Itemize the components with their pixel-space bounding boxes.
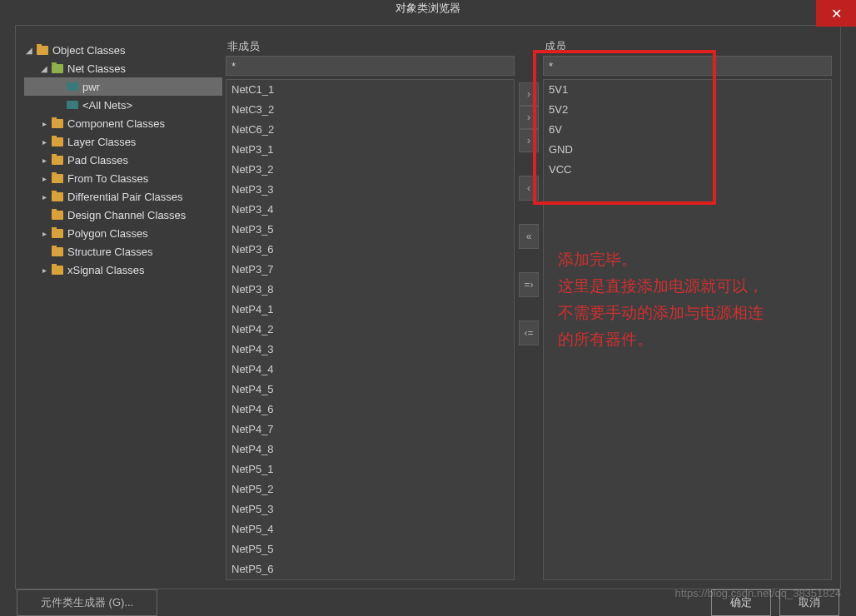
tree-label: Component Classes bbox=[67, 117, 165, 130]
list-item[interactable]: NetP3_5 bbox=[226, 220, 514, 240]
tree-root[interactable]: ◢ Object Classes bbox=[24, 41, 222, 59]
list-item[interactable]: NetP3_8 bbox=[226, 280, 514, 300]
tree-node-net-classes[interactable]: ◢ Net Classes bbox=[24, 59, 222, 77]
add-button[interactable]: › bbox=[519, 82, 539, 106]
tree-label: Layer Classes bbox=[67, 136, 136, 148]
class-tree: ◢ Object Classes ◢ Net Classes · pwr · bbox=[24, 39, 222, 580]
tree-node-diff-pair-classes[interactable]: ▸ Differential Pair Classes bbox=[24, 187, 222, 206]
list-item[interactable]: NetP4_5 bbox=[226, 380, 514, 400]
remove-all-button[interactable]: ‹= bbox=[519, 320, 539, 345]
close-icon: ✕ bbox=[831, 6, 842, 22]
tree-label: xSignal Classes bbox=[67, 264, 145, 276]
chevron-right-icon: › bbox=[527, 112, 530, 123]
list-item[interactable]: NetP4_3 bbox=[226, 340, 514, 360]
list-item[interactable]: NetP4_7 bbox=[226, 420, 514, 440]
tree-label: From To Classes bbox=[67, 172, 148, 185]
list-item[interactable]: NetC6_2 bbox=[226, 120, 514, 140]
list-item[interactable]: 6V bbox=[544, 120, 831, 140]
net-icon bbox=[66, 99, 79, 111]
collapse-arrow-icon[interactable]: ▸ bbox=[39, 174, 49, 183]
list-item[interactable]: NetC3_2 bbox=[226, 100, 514, 120]
titlebar: 对象类浏览器 ✕ bbox=[0, 0, 856, 17]
tree-leaf-pwr[interactable]: · pwr bbox=[24, 77, 222, 96]
content-frame: ◢ Object Classes ◢ Net Classes · pwr · bbox=[15, 25, 841, 589]
add-button-2[interactable]: › bbox=[519, 106, 539, 129]
list-item[interactable]: NetP3_2 bbox=[226, 160, 514, 180]
list-item[interactable]: NetP5_2 bbox=[226, 479, 514, 499]
tree-leaf-all-nets[interactable]: · <All Nets> bbox=[24, 96, 222, 114]
collapse-arrow-icon[interactable]: ▸ bbox=[39, 156, 49, 165]
list-item[interactable]: NetP5_1 bbox=[226, 460, 514, 479]
tree-label: Design Channel Classes bbox=[67, 209, 186, 221]
tree-label: pwr bbox=[82, 81, 100, 93]
list-item[interactable]: 5V2 bbox=[544, 100, 831, 120]
folder-icon bbox=[51, 62, 64, 74]
cancel-button[interactable]: 取消 bbox=[779, 589, 839, 616]
list-item[interactable]: NetP5_3 bbox=[226, 499, 514, 519]
list-item[interactable]: NetP3_4 bbox=[226, 200, 514, 220]
expand-arrow-icon[interactable]: ◢ bbox=[24, 46, 34, 55]
list-item[interactable]: NetP4_6 bbox=[226, 400, 514, 420]
members-listbox[interactable]: 5V15V26VGNDVCC bbox=[543, 79, 832, 580]
remove-button[interactable]: ‹ bbox=[519, 176, 539, 201]
footer: 元件类生成器 (G)... 确定 取消 bbox=[0, 589, 856, 616]
list-item[interactable]: NetP3_6 bbox=[226, 240, 514, 260]
add-all-button[interactable]: « bbox=[519, 224, 539, 249]
tree-node-design-channel-classes[interactable]: · Design Channel Classes bbox=[24, 206, 222, 224]
close-button[interactable]: ✕ bbox=[816, 0, 856, 27]
folder-icon bbox=[51, 209, 64, 221]
collapse-arrow-icon[interactable]: ▸ bbox=[39, 266, 49, 275]
list-item[interactable]: NetP5_5 bbox=[226, 539, 514, 559]
list-item[interactable]: NetP5_4 bbox=[226, 519, 514, 539]
component-class-generator-button[interactable]: 元件类生成器 (G)... bbox=[17, 589, 157, 616]
tree-label: Net Classes bbox=[67, 62, 126, 75]
double-chevron-left-icon: « bbox=[526, 231, 532, 242]
folder-icon bbox=[51, 191, 64, 202]
list-item[interactable]: NetC1_1 bbox=[226, 80, 514, 100]
list-item[interactable]: NetP3_1 bbox=[226, 140, 514, 160]
tree-node-pad-classes[interactable]: ▸ Pad Classes bbox=[24, 151, 222, 169]
nonmembers-label: 非成员 bbox=[226, 39, 515, 54]
net-icon bbox=[66, 81, 79, 92]
list-item[interactable]: NetP5_6 bbox=[226, 559, 514, 579]
transfer-buttons: › › › ‹ « =› ‹= bbox=[518, 39, 540, 580]
add-button-3[interactable]: › bbox=[519, 129, 539, 152]
members-panel: 成员 5V15V26VGNDVCC bbox=[543, 39, 832, 580]
tree-node-xsignal-classes[interactable]: ▸ xSignal Classes bbox=[24, 261, 222, 279]
nonmembers-filter-input[interactable] bbox=[226, 56, 515, 76]
collapse-arrow-icon[interactable]: ▸ bbox=[39, 229, 49, 238]
chevron-left-icon: ‹ bbox=[527, 182, 530, 194]
list-item[interactable]: 5V1 bbox=[544, 80, 831, 100]
list-item[interactable]: NetP3_3 bbox=[226, 180, 514, 200]
assign-right-icon: =› bbox=[524, 279, 533, 291]
folder-icon bbox=[51, 117, 64, 129]
list-item[interactable]: NetP4_1 bbox=[226, 300, 514, 320]
collapse-arrow-icon[interactable]: ▸ bbox=[39, 119, 49, 128]
assign-button[interactable]: =› bbox=[519, 272, 539, 297]
folder-icon bbox=[36, 44, 49, 56]
tree-node-component-classes[interactable]: ▸ Component Classes bbox=[24, 114, 222, 132]
folder-icon bbox=[51, 264, 64, 276]
list-item[interactable]: VCC bbox=[544, 160, 831, 180]
members-filter-input[interactable] bbox=[543, 56, 832, 76]
tree-label: Structure Classes bbox=[67, 246, 153, 258]
collapse-arrow-icon[interactable]: ▸ bbox=[39, 192, 49, 201]
collapse-arrow-icon[interactable]: ▸ bbox=[39, 137, 49, 147]
tree-node-layer-classes[interactable]: ▸ Layer Classes bbox=[24, 132, 222, 151]
nonmembers-listbox[interactable]: NetC1_1NetC3_2NetC6_2NetP3_1NetP3_2NetP3… bbox=[226, 79, 515, 580]
folder-icon bbox=[51, 246, 64, 257]
tree-node-polygon-classes[interactable]: ▸ Polygon Classes bbox=[24, 224, 222, 242]
folder-icon bbox=[51, 136, 64, 147]
tree-node-from-to-classes[interactable]: ▸ From To Classes bbox=[24, 169, 222, 187]
list-item[interactable]: NetP4_2 bbox=[226, 320, 514, 340]
expand-arrow-icon[interactable]: ◢ bbox=[39, 64, 49, 73]
tree-label: <All Nets> bbox=[82, 99, 132, 112]
tree-node-structure-classes[interactable]: · Structure Classes bbox=[24, 242, 222, 261]
list-item[interactable]: NetP4_8 bbox=[226, 440, 514, 460]
list-item[interactable]: NetP4_4 bbox=[226, 360, 514, 380]
dialog-window: 对象类浏览器 ✕ ◢ Object Classes ◢ Net Classes bbox=[0, 0, 856, 616]
ok-button[interactable]: 确定 bbox=[711, 589, 771, 616]
list-item[interactable]: GND bbox=[544, 140, 831, 160]
window-title: 对象类浏览器 bbox=[396, 1, 460, 16]
list-item[interactable]: NetP3_7 bbox=[226, 260, 514, 280]
